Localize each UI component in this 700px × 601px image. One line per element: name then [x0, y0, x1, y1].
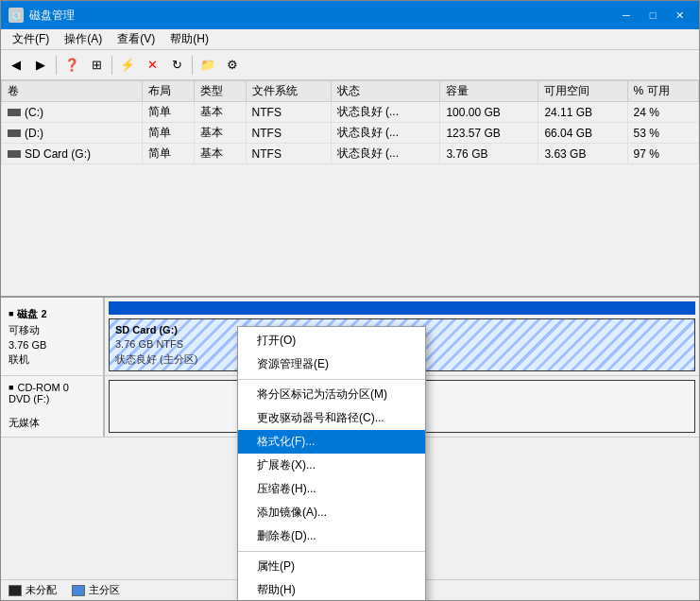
- legend-label-unallocated: 未分配: [26, 583, 57, 597]
- cell-cap: 3.76 GB: [440, 144, 538, 164]
- folder-button[interactable]: 📁: [196, 54, 219, 77]
- ctx-sep-2: [238, 551, 425, 552]
- cdrom-label-0: ■ CD-ROM 0 DVD (F:) 无媒体: [1, 376, 105, 437]
- refresh-button[interactable]: ↻: [165, 54, 188, 77]
- window-title: 磁盘管理: [29, 8, 75, 24]
- ctx-mark-active[interactable]: 将分区标记为活动分区(M): [238, 383, 425, 406]
- toolbar: ◀ ▶ ❓ ⊞ ⚡ ✕ ↻ 📁 ⚙: [1, 50, 699, 80]
- legend-unallocated: 未分配: [9, 583, 57, 597]
- col-avail: 可用空间: [538, 81, 627, 102]
- title-controls: ─ □ ✕: [614, 6, 691, 25]
- cell-vol: (C:): [2, 102, 143, 123]
- cell-status: 状态良好 (...: [331, 123, 440, 144]
- ctx-change-letter[interactable]: 更改驱动器号和路径(C)...: [238, 406, 425, 430]
- cell-type: 基本: [194, 102, 246, 123]
- close-button[interactable]: ✕: [667, 6, 691, 25]
- disk-size-2: 3.76 GB: [9, 339, 95, 351]
- lower-container: ■ 磁盘 2 可移动 3.76 GB 联机 SD Card (G:): [1, 298, 699, 600]
- cell-pct: 53 %: [627, 123, 698, 144]
- disk-status-2: 联机: [9, 352, 95, 367]
- cell-type: 基本: [194, 144, 246, 164]
- toolbar-sep-1: [56, 56, 57, 75]
- ctx-delete[interactable]: 删除卷(D)...: [238, 524, 425, 548]
- menu-help[interactable]: 帮助(H): [162, 29, 216, 49]
- cell-avail: 24.11 GB: [538, 102, 627, 123]
- cell-vol: (D:): [2, 123, 143, 144]
- maximize-button[interactable]: □: [640, 6, 665, 25]
- legend-label-primary: 主分区: [89, 583, 120, 597]
- ctx-properties[interactable]: 属性(P): [238, 555, 425, 578]
- col-fs: 文件系统: [246, 81, 331, 102]
- ctx-sep-1: [238, 379, 425, 380]
- col-vol: 卷: [2, 81, 143, 102]
- disk-type-2: 可移动: [9, 323, 95, 337]
- delete-button[interactable]: ✕: [141, 54, 163, 77]
- col-cap: 容量: [440, 81, 538, 102]
- cell-layout: 简单: [143, 123, 195, 144]
- legend-color-unallocated: [9, 585, 22, 596]
- col-layout: 布局: [143, 81, 195, 102]
- cdrom-drive-0: DVD (F:): [9, 393, 95, 404]
- legend-primary: 主分区: [72, 583, 120, 597]
- context-menu: 打开(O) 资源管理器(E) 将分区标记为活动分区(M) 更改驱动器号和路径(C…: [237, 326, 426, 600]
- cell-pct: 97 %: [627, 144, 698, 164]
- table-row[interactable]: SD Card (G:) 简单 基本 NTFS 状态良好 (... 3.76 G…: [2, 144, 699, 164]
- properties-toolbar-button[interactable]: ⊞: [85, 54, 108, 77]
- col-status: 状态: [331, 81, 440, 102]
- cell-cap: 100.00 GB: [440, 102, 538, 123]
- disk-table: 卷 布局 类型 文件系统 状态 容量 可用空间 % 可用 (C:) 简单 基: [1, 80, 699, 164]
- cell-avail: 66.04 GB: [538, 123, 627, 144]
- table-row[interactable]: (C:) 简单 基本 NTFS 状态良好 (... 100.00 GB 24.1…: [2, 102, 699, 123]
- title-bar: 💿 磁盘管理 ─ □ ✕: [1, 1, 699, 29]
- app-icon: 💿: [9, 8, 24, 23]
- ctx-explorer[interactable]: 资源管理器(E): [238, 352, 425, 376]
- cell-cap: 123.57 GB: [440, 123, 538, 144]
- ctx-extend[interactable]: 扩展卷(X)...: [238, 454, 425, 477]
- legend-color-primary: [72, 585, 85, 596]
- settings-button[interactable]: ⚙: [221, 54, 244, 77]
- ctx-open[interactable]: 打开(O): [238, 329, 425, 352]
- toolbar-sep-3: [192, 56, 193, 75]
- cell-vol: SD Card (G:): [2, 144, 143, 164]
- cell-pct: 24 %: [627, 102, 698, 123]
- cell-fs: NTFS: [246, 123, 331, 144]
- upper-area: 卷 布局 类型 文件系统 状态 容量 可用空间 % 可用 (C:) 简单 基: [1, 80, 699, 298]
- toolbar-sep-2: [111, 56, 112, 75]
- menu-action[interactable]: 操作(A): [57, 29, 110, 49]
- ctx-shrink[interactable]: 压缩卷(H)...: [238, 477, 425, 501]
- cdrom-media-0: 无媒体: [9, 416, 95, 430]
- wizard-button[interactable]: ⚡: [116, 54, 139, 77]
- disk-num-2: 磁盘 2: [17, 307, 46, 321]
- col-type: 类型: [194, 81, 246, 102]
- cell-type: 基本: [194, 123, 246, 144]
- ctx-help[interactable]: 帮助(H): [238, 578, 425, 600]
- cell-status: 状态良好 (...: [331, 102, 440, 123]
- title-bar-left: 💿 磁盘管理: [9, 8, 75, 24]
- cell-layout: 简单: [143, 102, 195, 123]
- help-toolbar-button[interactable]: ❓: [60, 54, 83, 77]
- cell-fs: NTFS: [246, 102, 331, 123]
- partition-status-g: 状态良好 (主分区): [115, 352, 197, 367]
- cell-status: 状态良好 (...: [331, 144, 440, 164]
- ctx-add-mirror[interactable]: 添加镜像(A)...: [238, 501, 425, 524]
- partition-name-g: SD Card (G:): [115, 323, 178, 337]
- main-content: 卷 布局 类型 文件系统 状态 容量 可用空间 % 可用 (C:) 简单 基: [1, 80, 699, 600]
- back-button[interactable]: ◀: [5, 54, 27, 77]
- menu-file[interactable]: 文件(F): [5, 29, 57, 49]
- forward-button[interactable]: ▶: [29, 54, 52, 77]
- cell-layout: 简单: [143, 144, 195, 164]
- minimize-button[interactable]: ─: [614, 6, 639, 25]
- partition-size-g: 3.76 GB NTFS: [115, 337, 183, 352]
- partition-header-bar: [109, 301, 695, 315]
- disk-label-2: ■ 磁盘 2 可移动 3.76 GB 联机: [1, 298, 105, 375]
- cell-avail: 3.63 GB: [538, 144, 627, 164]
- table-scroll[interactable]: 卷 布局 类型 文件系统 状态 容量 可用空间 % 可用 (C:) 简单 基: [1, 80, 699, 296]
- cell-fs: NTFS: [246, 144, 331, 164]
- menu-bar: 文件(F) 操作(A) 查看(V) 帮助(H): [1, 29, 699, 50]
- ctx-format[interactable]: 格式化(F)...: [238, 430, 425, 454]
- cdrom-num-0: CD-ROM 0: [17, 382, 68, 393]
- table-row[interactable]: (D:) 简单 基本 NTFS 状态良好 (... 123.57 GB 66.0…: [2, 123, 699, 144]
- main-window: 💿 磁盘管理 ─ □ ✕ 文件(F) 操作(A) 查看(V) 帮助(H) ◀ ▶…: [0, 0, 700, 601]
- col-pct: % 可用: [627, 81, 698, 102]
- menu-view[interactable]: 查看(V): [110, 29, 162, 49]
